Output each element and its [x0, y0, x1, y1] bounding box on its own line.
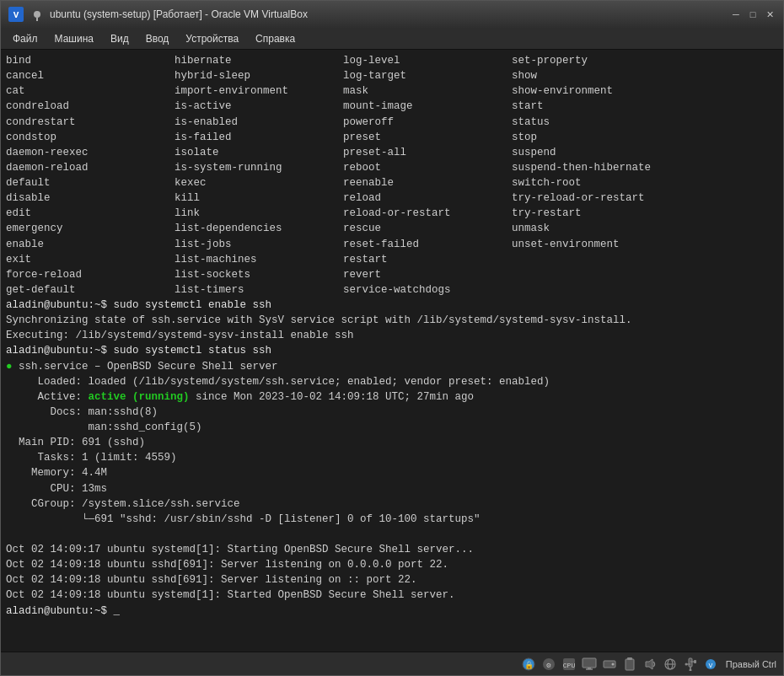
list-item: revert: [343, 267, 503, 282]
window-title: ubuntu (system-setup) [Работает] - Oracl…: [50, 8, 308, 20]
list-item: list-jobs: [175, 237, 335, 252]
minimize-button[interactable]: ─: [729, 8, 743, 21]
list-item: show-environment: [512, 83, 739, 99]
list-item: bind: [6, 53, 166, 68]
list-item: condstop: [6, 130, 166, 145]
list-item: enable: [6, 237, 166, 252]
menu-machine[interactable]: Машина: [46, 30, 102, 47]
list-item: reboot: [343, 160, 503, 175]
commands-grid: bind cancel cat condreload condrestart c…: [6, 53, 778, 298]
terminal-line: └─691 "sshd: /usr/sbin/sshd -D [listener…: [6, 512, 778, 527]
window-icon: V: [8, 6, 24, 23]
right-ctrl-label: Правый Ctrl: [726, 659, 776, 669]
list-item: show: [512, 68, 739, 83]
terminal-prompt: aladin@ubuntu:~$ _: [6, 604, 778, 619]
terminal-line: Oct 02 14:09:18 ubuntu systemd[1]: Start…: [6, 587, 778, 603]
terminal-line: Oct 02 14:09:17 ubuntu systemd[1]: Start…: [6, 542, 778, 557]
cmd-col-2: hibernate hybrid-sleep import-environmen…: [175, 53, 343, 298]
terminal-line: Loaded: loaded (/lib/systemd/system/ssh.…: [6, 374, 778, 389]
list-item: try-reload-or-restart: [512, 190, 739, 206]
list-item: default: [6, 175, 166, 190]
svg-text:V: V: [13, 10, 19, 20]
list-item: hybrid-sleep: [175, 68, 335, 83]
list-item: unset-environment: [512, 237, 739, 252]
svg-point-2: [34, 11, 40, 18]
terminal-line: CGroup: /system.slice/ssh.service: [6, 496, 778, 512]
cmd-col-3: log-level log-target mask mount-image po…: [343, 53, 512, 298]
svg-rect-21: [689, 658, 692, 667]
terminal-line: Synchronizing state of ssh.service with …: [6, 313, 778, 328]
list-item: condreload: [6, 99, 166, 114]
status-icon-usb: [682, 657, 699, 672]
svg-text:🔒: 🔒: [524, 660, 534, 670]
list-item: link: [175, 206, 335, 221]
list-item: reload: [343, 190, 503, 206]
status-icon-sound: [642, 657, 658, 672]
title-bar-left: V ubuntu (system-setup) [Работает] - Ora…: [8, 6, 308, 23]
list-item: get-default: [6, 282, 166, 298]
svg-text:⚙: ⚙: [545, 662, 551, 670]
list-item: [512, 252, 739, 267]
terminal-line: [6, 527, 778, 542]
menu-file[interactable]: Файл: [4, 30, 46, 47]
close-button[interactable]: ✕: [763, 8, 776, 21]
list-item: log-level: [343, 53, 503, 68]
list-item: hibernate: [175, 53, 335, 68]
menu-help[interactable]: Справка: [247, 30, 303, 47]
list-item: cancel: [6, 68, 166, 83]
list-item: start: [512, 99, 739, 114]
list-item: rescue: [343, 221, 503, 236]
list-item: mount-image: [343, 99, 503, 114]
list-item: kill: [175, 190, 335, 206]
cmd-col-1: bind cancel cat condreload condrestart c…: [6, 53, 175, 298]
list-item: [512, 282, 739, 298]
list-item: set-property: [512, 53, 739, 68]
list-item: exit: [6, 252, 166, 267]
list-item: list-timers: [175, 282, 335, 298]
menu-devices[interactable]: Устройства: [177, 30, 247, 47]
menu-input[interactable]: Ввод: [137, 30, 178, 47]
status-dot: ●: [6, 361, 13, 373]
svg-rect-25: [694, 660, 696, 663]
title-bar: V ubuntu (system-setup) [Работает] - Ora…: [1, 1, 783, 28]
virtualbox-window: V ubuntu (system-setup) [Работает] - Ora…: [0, 0, 784, 676]
status-icon-lock: 🔒: [520, 657, 537, 672]
status-icon-hdd: [601, 657, 618, 672]
list-item: list-sockets: [175, 267, 335, 282]
terminal-line: aladin@ubuntu:~$ sudo systemctl status s…: [6, 343, 778, 358]
title-bar-controls: ─ □ ✕: [729, 8, 776, 21]
terminal-line: Oct 02 14:09:18 ubuntu sshd[691]: Server…: [6, 557, 778, 572]
list-item: is-failed: [175, 130, 335, 145]
list-item: emergency: [6, 221, 166, 236]
terminal-body[interactable]: bind cancel cat condreload condrestart c…: [1, 50, 783, 652]
list-item: list-dependencies: [175, 221, 335, 236]
svg-rect-15: [626, 659, 634, 670]
list-item: cat: [6, 83, 166, 99]
list-item: [512, 267, 739, 282]
list-item: kexec: [175, 175, 335, 190]
list-item: try-restart: [512, 206, 739, 221]
list-item: daemon-reexec: [6, 145, 166, 160]
terminal-line: CPU: 13ms: [6, 481, 778, 496]
menu-bar: Файл Машина Вид Ввод Устройства Справка: [1, 28, 783, 50]
list-item: edit: [6, 206, 166, 221]
maximize-button[interactable]: □: [746, 8, 760, 21]
list-item: force-reload: [6, 267, 166, 282]
list-item: suspend: [512, 145, 739, 160]
list-item: list-machines: [175, 252, 335, 267]
list-item: service-watchdogs: [343, 282, 503, 298]
status-icon-display: [581, 657, 598, 672]
list-item: isolate: [175, 145, 335, 160]
cmd-col-4: set-property show show-environment start…: [512, 53, 748, 298]
terminal-line: Main PID: 691 (sshd): [6, 435, 778, 450]
list-item: reenable: [343, 175, 503, 190]
pin-icon: [30, 7, 45, 22]
svg-rect-10: [583, 658, 596, 668]
status-icon-cpu: CPU: [561, 657, 577, 672]
list-item: condrestart: [6, 115, 166, 130]
list-item: is-system-running: [175, 160, 335, 175]
terminal-line: man:sshd_config(5): [6, 420, 778, 435]
menu-view[interactable]: Вид: [102, 30, 137, 47]
svg-marker-17: [646, 659, 652, 669]
list-item: disable: [6, 190, 166, 206]
